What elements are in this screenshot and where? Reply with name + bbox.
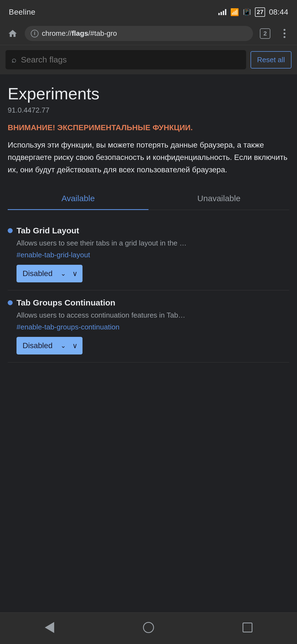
address-text: chrome://flags/#tab-gro [42, 29, 247, 38]
description-text: Используя эти функции, вы можете потерят… [8, 139, 289, 176]
battery-icon: 27 [255, 7, 265, 17]
flag-title-row-1: Tab Grid Layout [8, 226, 289, 235]
status-right: 📶 📳 27 08:44 [218, 7, 288, 17]
version-text: 91.0.4472.77 [8, 106, 289, 114]
status-bar: Beeline 📶 📳 27 08:44 [0, 0, 297, 22]
nav-home-button[interactable] [138, 619, 160, 636]
warning-text: ВНИМАНИЕ! ЭКСПЕРИМЕНТАЛЬНЫЕ ФУНКЦИИ. [8, 122, 289, 133]
more-dot-2 [284, 32, 285, 34]
flag-select-box-1[interactable]: Disabled ⌄ [16, 265, 82, 282]
main-content: Experiments 91.0.4472.77 ВНИМАНИЕ! ЭКСПЕ… [0, 74, 297, 487]
info-icon: i [31, 30, 38, 37]
nav-back-icon [45, 622, 54, 633]
content-spacer [0, 487, 297, 612]
vibrate-icon: 📳 [243, 8, 251, 16]
signal-icon [218, 9, 226, 15]
flag-select-value-1: Disabled [23, 269, 53, 278]
flag-item-tab-groups-continuation: Tab Groups Continuation Allows users to … [8, 290, 289, 362]
tab-available[interactable]: Available [8, 187, 148, 210]
flag-select-value-2: Disabled [23, 341, 53, 350]
flag-select-wrapper-1[interactable]: Disabled ⌄ [16, 265, 82, 282]
tab-count: 2 [263, 30, 267, 37]
search-area: ⌕ Reset all [0, 45, 297, 74]
nav-home-icon [143, 622, 154, 633]
home-button[interactable] [6, 26, 20, 41]
address-highlight: flags [72, 29, 88, 37]
flag-description-1: Allows users to see their tabs in a grid… [8, 238, 289, 248]
reset-all-button[interactable]: Reset all [251, 51, 292, 69]
battery-level: 27 [257, 9, 263, 16]
search-input-wrapper[interactable]: ⌕ [6, 50, 246, 69]
nav-recents-icon [243, 623, 252, 632]
address-bar[interactable]: i chrome://flags/#tab-gro [25, 26, 253, 41]
flag-item-tab-grid-layout: Tab Grid Layout Allows users to see thei… [8, 218, 289, 290]
tab-unavailable-label: Unavailable [197, 194, 241, 203]
more-button[interactable] [277, 26, 292, 41]
home-icon [8, 29, 18, 39]
nav-recents-button[interactable] [237, 619, 258, 636]
flag-dropdown-chevron-2: ⌄ [61, 342, 66, 350]
wifi-icon: 📶 [230, 8, 239, 17]
flag-select-wrapper-2[interactable]: Disabled ⌄ [16, 337, 82, 354]
page-title: Experiments [8, 84, 289, 103]
tab-count-box: 2 [260, 28, 270, 39]
time-text: 08:44 [269, 8, 288, 17]
nav-bar [0, 612, 297, 644]
flag-title-2: Tab Groups Continuation [16, 298, 115, 307]
flag-dot-2 [8, 300, 13, 305]
tab-unavailable[interactable]: Unavailable [148, 187, 289, 210]
browser-toolbar: i chrome://flags/#tab-gro 2 [0, 22, 297, 45]
flag-link-2[interactable]: #enable-tab-groups-continuation [8, 323, 289, 331]
tab-available-label: Available [61, 194, 95, 203]
nav-back-button[interactable] [38, 619, 61, 636]
flag-title-row-2: Tab Groups Continuation [8, 298, 289, 307]
flag-title-1: Tab Grid Layout [16, 226, 79, 235]
search-input[interactable] [21, 55, 240, 64]
flag-link-1[interactable]: #enable-tab-grid-layout [8, 251, 289, 259]
tab-count-button[interactable]: 2 [258, 26, 272, 41]
carrier-text: Beeline [9, 8, 35, 17]
flag-description-2: Allows users to access continuation feat… [8, 310, 289, 320]
search-icon: ⌕ [12, 55, 16, 64]
more-dot-1 [284, 29, 285, 31]
flag-dot-1 [8, 228, 13, 233]
tabs-container: Available Unavailable [8, 187, 289, 210]
more-dot-3 [284, 36, 285, 38]
flag-select-box-2[interactable]: Disabled ⌄ [16, 337, 82, 354]
flag-dropdown-chevron-1: ⌄ [61, 270, 66, 277]
